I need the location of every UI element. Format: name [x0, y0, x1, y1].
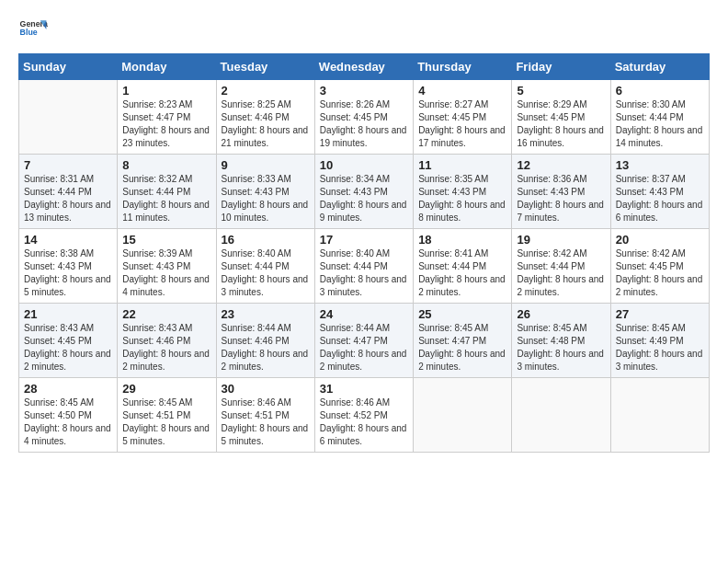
day-number: 7 [24, 158, 112, 172]
day-number: 18 [418, 233, 506, 247]
day-info: Sunrise: 8:35 AM Sunset: 4:43 PM Dayligh… [418, 173, 506, 224]
calendar-cell: 29Sunrise: 8:45 AM Sunset: 4:51 PM Dayli… [118, 378, 216, 453]
day-info: Sunrise: 8:33 AM Sunset: 4:43 PM Dayligh… [222, 173, 310, 224]
weekday-header-thursday: Thursday [414, 54, 512, 80]
day-info: Sunrise: 8:27 AM Sunset: 4:45 PM Dayligh… [418, 98, 506, 150]
calendar-header-row: SundayMondayTuesdayWednesdayThursdayFrid… [19, 54, 710, 80]
day-number: 1 [122, 84, 210, 98]
day-number: 3 [320, 84, 408, 98]
day-info: Sunrise: 8:45 AM Sunset: 4:51 PM Dayligh… [122, 396, 210, 448]
day-info: Sunrise: 8:45 AM Sunset: 4:49 PM Dayligh… [616, 322, 704, 373]
calendar-cell [512, 378, 610, 453]
calendar-cell: 8Sunrise: 8:32 AM Sunset: 4:44 PM Daylig… [118, 155, 216, 229]
calendar-week-row: 21Sunrise: 8:43 AM Sunset: 4:45 PM Dayli… [19, 304, 710, 378]
calendar-cell [19, 80, 118, 155]
calendar-cell: 3Sunrise: 8:26 AM Sunset: 4:45 PM Daylig… [314, 80, 413, 155]
header: General Blue [18, 15, 710, 44]
day-info: Sunrise: 8:45 AM Sunset: 4:47 PM Dayligh… [418, 322, 506, 373]
calendar-cell: 1Sunrise: 8:23 AM Sunset: 4:47 PM Daylig… [118, 80, 216, 155]
day-info: Sunrise: 8:39 AM Sunset: 4:43 PM Dayligh… [122, 247, 210, 299]
calendar-cell: 12Sunrise: 8:36 AM Sunset: 4:43 PM Dayli… [512, 155, 610, 229]
day-number: 9 [222, 158, 310, 172]
calendar-cell: 10Sunrise: 8:34 AM Sunset: 4:43 PM Dayli… [314, 155, 413, 229]
day-number: 6 [616, 84, 704, 98]
calendar-cell: 20Sunrise: 8:42 AM Sunset: 4:45 PM Dayli… [610, 229, 709, 304]
day-number: 30 [222, 382, 310, 396]
weekday-header-tuesday: Tuesday [216, 54, 314, 80]
day-info: Sunrise: 8:46 AM Sunset: 4:51 PM Dayligh… [222, 396, 310, 448]
weekday-header-wednesday: Wednesday [314, 54, 413, 80]
day-number: 11 [418, 158, 506, 172]
calendar-cell: 28Sunrise: 8:45 AM Sunset: 4:50 PM Dayli… [19, 378, 118, 453]
day-number: 16 [222, 233, 310, 247]
calendar-week-row: 14Sunrise: 8:38 AM Sunset: 4:43 PM Dayli… [19, 229, 710, 304]
weekday-header-friday: Friday [512, 54, 610, 80]
day-info: Sunrise: 8:45 AM Sunset: 4:50 PM Dayligh… [24, 396, 112, 448]
calendar-cell: 2Sunrise: 8:25 AM Sunset: 4:46 PM Daylig… [216, 80, 314, 155]
page: General Blue SundayMondayTuesdayWednesda… [0, 0, 728, 563]
day-info: Sunrise: 8:42 AM Sunset: 4:45 PM Dayligh… [616, 247, 704, 299]
calendar-cell: 25Sunrise: 8:45 AM Sunset: 4:47 PM Dayli… [414, 304, 512, 378]
day-number: 5 [517, 84, 605, 98]
calendar-cell: 31Sunrise: 8:46 AM Sunset: 4:52 PM Dayli… [314, 378, 413, 453]
calendar-cell: 26Sunrise: 8:45 AM Sunset: 4:48 PM Dayli… [512, 304, 610, 378]
day-number: 19 [517, 233, 605, 247]
day-info: Sunrise: 8:42 AM Sunset: 4:44 PM Dayligh… [517, 247, 605, 299]
day-info: Sunrise: 8:40 AM Sunset: 4:44 PM Dayligh… [222, 247, 310, 299]
calendar-week-row: 7Sunrise: 8:31 AM Sunset: 4:44 PM Daylig… [19, 155, 710, 229]
calendar-cell: 4Sunrise: 8:27 AM Sunset: 4:45 PM Daylig… [414, 80, 512, 155]
day-info: Sunrise: 8:38 AM Sunset: 4:43 PM Dayligh… [24, 247, 112, 299]
day-info: Sunrise: 8:43 AM Sunset: 4:45 PM Dayligh… [24, 322, 112, 373]
calendar-cell: 15Sunrise: 8:39 AM Sunset: 4:43 PM Dayli… [118, 229, 216, 304]
calendar-cell: 22Sunrise: 8:43 AM Sunset: 4:46 PM Dayli… [118, 304, 216, 378]
day-number: 15 [122, 233, 210, 247]
day-number: 26 [517, 307, 605, 321]
calendar-cell: 9Sunrise: 8:33 AM Sunset: 4:43 PM Daylig… [216, 155, 314, 229]
weekday-header-monday: Monday [118, 54, 216, 80]
day-number: 8 [122, 158, 210, 172]
calendar-cell: 19Sunrise: 8:42 AM Sunset: 4:44 PM Dayli… [512, 229, 610, 304]
day-number: 21 [24, 307, 112, 321]
day-number: 24 [320, 307, 408, 321]
day-number: 28 [24, 382, 112, 396]
day-info: Sunrise: 8:44 AM Sunset: 4:47 PM Dayligh… [320, 322, 408, 373]
day-number: 31 [320, 382, 408, 396]
day-number: 25 [418, 307, 506, 321]
day-info: Sunrise: 8:45 AM Sunset: 4:48 PM Dayligh… [517, 322, 605, 373]
day-number: 10 [320, 158, 408, 172]
day-info: Sunrise: 8:44 AM Sunset: 4:46 PM Dayligh… [222, 322, 310, 373]
calendar-cell: 18Sunrise: 8:41 AM Sunset: 4:44 PM Dayli… [414, 229, 512, 304]
day-info: Sunrise: 8:23 AM Sunset: 4:47 PM Dayligh… [122, 98, 210, 150]
day-number: 29 [122, 382, 210, 396]
calendar-cell: 30Sunrise: 8:46 AM Sunset: 4:51 PM Dayli… [216, 378, 314, 453]
day-info: Sunrise: 8:46 AM Sunset: 4:52 PM Dayligh… [320, 396, 408, 448]
calendar-cell: 14Sunrise: 8:38 AM Sunset: 4:43 PM Dayli… [19, 229, 118, 304]
logo-icon: General Blue [18, 15, 48, 44]
calendar-week-row: 1Sunrise: 8:23 AM Sunset: 4:47 PM Daylig… [19, 80, 710, 155]
day-info: Sunrise: 8:43 AM Sunset: 4:46 PM Dayligh… [122, 322, 210, 373]
day-number: 12 [517, 158, 605, 172]
calendar-cell: 16Sunrise: 8:40 AM Sunset: 4:44 PM Dayli… [216, 229, 314, 304]
day-number: 23 [222, 307, 310, 321]
calendar-cell: 5Sunrise: 8:29 AM Sunset: 4:45 PM Daylig… [512, 80, 610, 155]
weekday-header-sunday: Sunday [19, 54, 118, 80]
day-number: 20 [616, 233, 704, 247]
calendar-cell: 7Sunrise: 8:31 AM Sunset: 4:44 PM Daylig… [19, 155, 118, 229]
day-info: Sunrise: 8:29 AM Sunset: 4:45 PM Dayligh… [517, 98, 605, 150]
day-number: 27 [616, 307, 704, 321]
day-number: 4 [418, 84, 506, 98]
calendar-cell: 17Sunrise: 8:40 AM Sunset: 4:44 PM Dayli… [314, 229, 413, 304]
calendar-week-row: 28Sunrise: 8:45 AM Sunset: 4:50 PM Dayli… [19, 378, 710, 453]
day-info: Sunrise: 8:37 AM Sunset: 4:43 PM Dayligh… [616, 173, 704, 224]
calendar-cell: 24Sunrise: 8:44 AM Sunset: 4:47 PM Dayli… [314, 304, 413, 378]
day-info: Sunrise: 8:32 AM Sunset: 4:44 PM Dayligh… [122, 173, 210, 224]
day-number: 14 [24, 233, 112, 247]
svg-text:Blue: Blue [20, 28, 38, 37]
day-info: Sunrise: 8:30 AM Sunset: 4:44 PM Dayligh… [616, 98, 704, 150]
calendar-cell [414, 378, 512, 453]
day-number: 17 [320, 233, 408, 247]
day-info: Sunrise: 8:40 AM Sunset: 4:44 PM Dayligh… [320, 247, 408, 299]
calendar-cell: 21Sunrise: 8:43 AM Sunset: 4:45 PM Dayli… [19, 304, 118, 378]
day-number: 13 [616, 158, 704, 172]
day-info: Sunrise: 8:26 AM Sunset: 4:45 PM Dayligh… [320, 98, 408, 150]
